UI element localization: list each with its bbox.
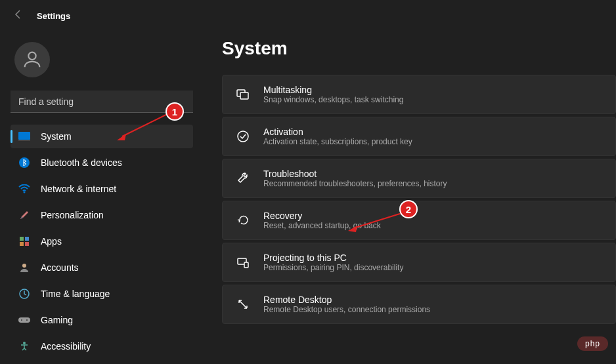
svg-rect-6 bbox=[25, 237, 29, 241]
svg-rect-1 bbox=[18, 132, 30, 140]
app-title: Settings bbox=[37, 11, 70, 21]
nav-item-accessibility[interactable]: Accessibility bbox=[11, 334, 193, 358]
accessibility-icon bbox=[18, 340, 30, 352]
card-subtitle: Remote Desktop users, connection permiss… bbox=[263, 305, 430, 314]
nav-label: System bbox=[41, 131, 72, 142]
card-text: Remote Desktop Remote Desktop users, con… bbox=[263, 294, 430, 314]
card-subtitle: Activation state, subscriptions, product… bbox=[263, 137, 412, 146]
nav-label: Time & language bbox=[41, 289, 110, 299]
svg-rect-19 bbox=[244, 262, 248, 268]
wifi-icon bbox=[18, 183, 30, 195]
sidebar: System Bluetooth & devices Network & int… bbox=[0, 31, 204, 364]
card-remote-desktop[interactable]: Remote Desktop Remote Desktop users, con… bbox=[222, 285, 616, 324]
svg-point-13 bbox=[26, 319, 28, 321]
svg-rect-11 bbox=[18, 317, 30, 323]
person-icon bbox=[18, 262, 30, 273]
settings-list: Multitasking Snap windows, desktops, tas… bbox=[222, 75, 616, 324]
card-title: Activation bbox=[263, 127, 412, 137]
person-icon bbox=[21, 49, 43, 71]
display-icon bbox=[18, 131, 30, 142]
card-title: Remote Desktop bbox=[263, 294, 430, 305]
svg-point-0 bbox=[28, 52, 35, 60]
nav-label: Accounts bbox=[41, 262, 79, 273]
nav-label: Personalization bbox=[41, 210, 104, 220]
paintbrush-icon bbox=[18, 209, 30, 221]
nav-item-gaming[interactable]: Gaming bbox=[11, 308, 193, 332]
svg-line-22 bbox=[353, 212, 404, 228]
nav-item-network[interactable]: Network & internet bbox=[11, 177, 193, 201]
card-title: Troubleshoot bbox=[263, 169, 447, 179]
card-subtitle: Recommended troubleshooters, preferences… bbox=[263, 179, 447, 188]
user-avatar[interactable] bbox=[14, 42, 50, 77]
apps-icon bbox=[18, 235, 30, 247]
svg-point-14 bbox=[23, 342, 26, 344]
wrench-icon bbox=[236, 171, 250, 186]
card-text: Activation Activation state, subscriptio… bbox=[263, 127, 412, 146]
annotation-badge-1: 1 bbox=[165, 102, 184, 121]
nav-list: System Bluetooth & devices Network & int… bbox=[11, 125, 193, 358]
recovery-icon bbox=[236, 213, 250, 228]
projecting-icon bbox=[236, 255, 250, 270]
back-button[interactable] bbox=[13, 9, 24, 22]
card-text: Projecting to this PC Permissions, pairi… bbox=[263, 253, 403, 272]
nav-item-apps[interactable]: Apps bbox=[11, 230, 193, 253]
remote-desktop-icon bbox=[236, 297, 250, 312]
main-content: System Multitasking Snap windows, deskto… bbox=[204, 31, 616, 364]
card-recovery[interactable]: Recovery Reset, advanced startup, go bac… bbox=[222, 201, 616, 240]
nav-item-personalization[interactable]: Personalization bbox=[11, 203, 193, 227]
svg-point-4 bbox=[24, 192, 26, 193]
nav-item-time-language[interactable]: Time & language bbox=[11, 282, 193, 306]
card-subtitle: Permissions, pairing PIN, discoverabilit… bbox=[263, 263, 403, 272]
multitasking-icon bbox=[236, 87, 250, 102]
page-title: System bbox=[222, 38, 616, 59]
annotation-arrow-2 bbox=[348, 210, 407, 233]
nav-label: Bluetooth & devices bbox=[41, 157, 122, 168]
gamepad-icon bbox=[18, 314, 30, 326]
svg-point-12 bbox=[21, 319, 22, 321]
svg-rect-5 bbox=[20, 237, 24, 241]
card-text: Troubleshoot Recommended troubleshooters… bbox=[263, 169, 447, 188]
card-text: Multitasking Snap windows, desktops, tas… bbox=[263, 85, 403, 104]
checkmark-circle-icon bbox=[236, 129, 250, 144]
annotation-badge-2: 2 bbox=[399, 200, 418, 218]
svg-point-9 bbox=[22, 264, 26, 268]
card-projecting[interactable]: Projecting to this PC Permissions, pairi… bbox=[222, 243, 616, 282]
nav-label: Apps bbox=[41, 236, 62, 247]
nav-label: Gaming bbox=[41, 315, 73, 325]
clock-globe-icon bbox=[18, 288, 30, 300]
card-troubleshoot[interactable]: Troubleshoot Recommended troubleshooters… bbox=[222, 159, 616, 198]
svg-rect-7 bbox=[20, 242, 24, 246]
nav-item-accounts[interactable]: Accounts bbox=[11, 256, 193, 279]
nav-label: Network & internet bbox=[41, 184, 116, 194]
svg-rect-2 bbox=[18, 140, 30, 141]
svg-point-17 bbox=[238, 131, 248, 142]
card-title: Projecting to this PC bbox=[263, 253, 403, 263]
bluetooth-icon bbox=[18, 157, 30, 169]
card-title: Multitasking bbox=[263, 85, 403, 95]
svg-marker-23 bbox=[348, 226, 357, 232]
header: Settings bbox=[0, 0, 616, 31]
nav-label: Accessibility bbox=[41, 341, 91, 352]
nav-item-bluetooth[interactable]: Bluetooth & devices bbox=[11, 151, 193, 174]
card-activation[interactable]: Activation Activation state, subscriptio… bbox=[222, 117, 616, 156]
svg-rect-16 bbox=[240, 92, 248, 99]
svg-line-20 bbox=[122, 111, 173, 136]
card-multitasking[interactable]: Multitasking Snap windows, desktops, tas… bbox=[222, 75, 616, 114]
card-subtitle: Snap windows, desktops, task switching bbox=[263, 95, 403, 104]
svg-rect-8 bbox=[25, 242, 29, 246]
arrow-left-icon bbox=[13, 9, 24, 20]
watermark: php bbox=[577, 336, 608, 351]
